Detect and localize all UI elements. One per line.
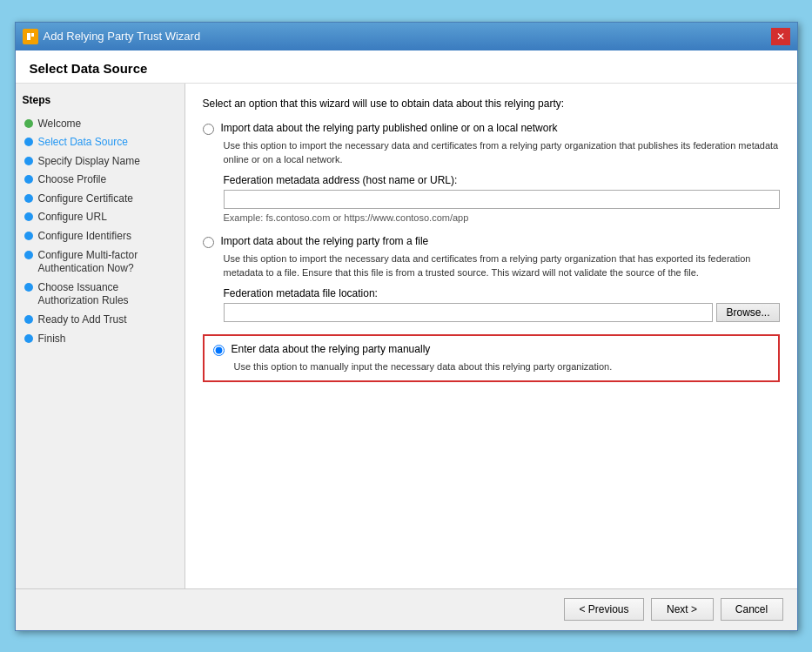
sidebar-item-configure-url: Configure URL bbox=[23, 208, 178, 227]
window-icon bbox=[23, 29, 38, 44]
sidebar-item-configure-multifactor: Configure Multi-factor Authentication No… bbox=[23, 246, 178, 279]
dot-configure-url bbox=[24, 212, 33, 221]
option3-desc: Use this option to manually input the ne… bbox=[234, 360, 769, 374]
footer: < Previous Next > Cancel bbox=[16, 588, 797, 630]
sidebar-label-choose-issuance: Choose Issuance Authorization Rules bbox=[38, 281, 176, 308]
sidebar-item-ready-to-add: Ready to Add Trust bbox=[23, 311, 178, 330]
page-title: Select Data Source bbox=[30, 61, 783, 76]
cancel-button[interactable]: Cancel bbox=[721, 598, 783, 621]
option1-radio[interactable] bbox=[203, 124, 214, 135]
option3-group: Enter data about the relying party manua… bbox=[203, 334, 780, 383]
title-bar-left: Add Relying Party Trust Wizard bbox=[23, 29, 201, 44]
option2-row: Import data about the relying party from… bbox=[203, 235, 780, 248]
sidebar-label-finish: Finish bbox=[38, 333, 66, 346]
option3-row: Enter data about the relying party manua… bbox=[213, 343, 769, 356]
dot-choose-issuance bbox=[24, 283, 33, 292]
content-area: Steps Welcome Select Data Source Specify… bbox=[16, 84, 797, 588]
sidebar-label-configure-certificate: Configure Certificate bbox=[38, 192, 133, 206]
dot-configure-identifiers bbox=[24, 232, 33, 240]
option1-example: Example: fs.contoso.com or https://www.c… bbox=[224, 212, 780, 223]
dot-choose-profile bbox=[24, 175, 33, 184]
wizard-window: Add Relying Party Trust Wizard ✕ Select … bbox=[15, 22, 798, 631]
sidebar-item-choose-issuance: Choose Issuance Authorization Rules bbox=[23, 279, 178, 311]
sidebar-item-configure-certificate: Configure Certificate bbox=[23, 190, 178, 209]
previous-button[interactable]: < Previous bbox=[564, 598, 643, 621]
option2-radio[interactable] bbox=[203, 237, 214, 248]
option1-label[interactable]: Import data about the relying party publ… bbox=[221, 122, 558, 134]
window-title: Add Relying Party Trust Wizard bbox=[44, 30, 201, 43]
option2-label[interactable]: Import data about the relying party from… bbox=[221, 235, 429, 247]
sidebar-item-finish: Finish bbox=[23, 330, 178, 349]
dot-configure-certificate bbox=[24, 194, 33, 203]
sidebar-item-select-data-source: Select Data Source bbox=[23, 133, 178, 152]
svg-rect-2 bbox=[31, 33, 34, 37]
sidebar-label-welcome: Welcome bbox=[38, 118, 82, 131]
dot-finish bbox=[24, 334, 33, 343]
sidebar-label-select-data-source: Select Data Source bbox=[38, 136, 128, 150]
option3-label[interactable]: Enter data about the relying party manua… bbox=[232, 343, 431, 355]
dot-welcome bbox=[24, 119, 33, 128]
file-input-row: Browse... bbox=[224, 303, 780, 322]
option2-desc: Use this option to import the necessary … bbox=[224, 252, 780, 280]
option3-radio[interactable] bbox=[213, 345, 225, 356]
dot-specify-display-name bbox=[24, 157, 33, 165]
intro-text: Select an option that this wizard will u… bbox=[203, 97, 780, 110]
page-title-area: Select Data Source bbox=[16, 50, 797, 84]
dot-select-data-source bbox=[24, 138, 33, 146]
option2-group: Import data about the relying party from… bbox=[203, 235, 780, 322]
sidebar: Steps Welcome Select Data Source Specify… bbox=[16, 84, 185, 588]
option1-group: Import data about the relying party publ… bbox=[203, 122, 780, 223]
main-content: Select an option that this wizard will u… bbox=[185, 84, 797, 588]
option1-field-label: Federation metadata address (host name o… bbox=[224, 174, 780, 186]
sidebar-label-specify-display-name: Specify Display Name bbox=[38, 155, 140, 169]
next-button[interactable]: Next > bbox=[651, 598, 714, 621]
option1-desc: Use this option to import the necessary … bbox=[224, 138, 780, 167]
dot-ready-to-add bbox=[24, 315, 33, 324]
sidebar-label-ready-to-add: Ready to Add Trust bbox=[38, 313, 127, 327]
federation-file-path-input[interactable] bbox=[224, 303, 714, 322]
title-bar: Add Relying Party Trust Wizard ✕ bbox=[16, 23, 797, 50]
sidebar-item-welcome: Welcome bbox=[23, 115, 178, 134]
sidebar-item-specify-display-name: Specify Display Name bbox=[23, 152, 178, 171]
sidebar-label-choose-profile: Choose Profile bbox=[38, 173, 107, 187]
sidebar-label-configure-multifactor: Configure Multi-factor Authentication No… bbox=[38, 249, 176, 276]
svg-rect-1 bbox=[27, 33, 30, 40]
option2-field-label: Federation metadata file location: bbox=[224, 287, 780, 299]
browse-button[interactable]: Browse... bbox=[716, 303, 779, 322]
sidebar-item-configure-identifiers: Configure Identifiers bbox=[23, 227, 178, 246]
dot-configure-multifactor bbox=[24, 251, 33, 259]
close-button[interactable]: ✕ bbox=[771, 28, 790, 45]
federation-metadata-url-input[interactable] bbox=[224, 190, 780, 209]
steps-label: Steps bbox=[23, 94, 178, 106]
option1-row: Import data about the relying party publ… bbox=[203, 122, 780, 135]
sidebar-label-configure-identifiers: Configure Identifiers bbox=[38, 230, 131, 244]
sidebar-label-configure-url: Configure URL bbox=[38, 211, 107, 225]
sidebar-item-choose-profile: Choose Profile bbox=[23, 171, 178, 190]
